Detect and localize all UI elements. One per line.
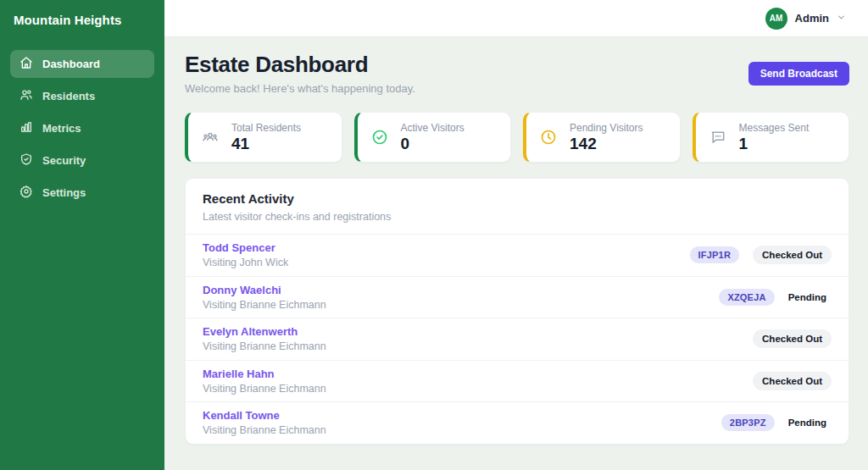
sidebar-item-metrics[interactable]: Metrics bbox=[10, 114, 154, 142]
visitor-name-link[interactable]: Todd Spencer bbox=[203, 241, 288, 254]
visit-detail: Visiting John Wick bbox=[203, 257, 288, 268]
visitor-name-link[interactable]: Donny Waelchi bbox=[203, 284, 326, 296]
page-header: Estate Dashboard Welcome back! Here's wh… bbox=[185, 52, 849, 95]
activity-subtitle: Latest visitor check-ins and registratio… bbox=[203, 211, 832, 223]
sidebar-item-label: Metrics bbox=[42, 122, 81, 135]
sidebar-item-label: Residents bbox=[42, 90, 95, 102]
status-badge: Checked Out bbox=[753, 372, 832, 390]
sidebar-item-label: Security bbox=[42, 154, 86, 167]
page-title: Estate Dashboard bbox=[185, 52, 415, 78]
activity-row: Kendall Towne Visiting Brianne Eichmann … bbox=[186, 401, 849, 444]
sidebar-nav: Dashboard Residents Metrics Security Set bbox=[0, 50, 164, 207]
status-badge: Checked Out bbox=[753, 329, 832, 348]
stat-label: Total Residents bbox=[231, 122, 301, 134]
activity-title: Recent Activity bbox=[203, 191, 832, 206]
sidebar-item-dashboard[interactable]: Dashboard bbox=[10, 50, 154, 78]
sidebar-item-label: Settings bbox=[42, 186, 86, 199]
stat-label: Messages Sent bbox=[739, 122, 810, 134]
stat-value: 142 bbox=[570, 135, 643, 152]
status-badge: Pending bbox=[788, 417, 832, 428]
bar-chart-icon bbox=[19, 120, 33, 136]
visitor-code-badge: 2BP3PZ bbox=[721, 414, 775, 431]
stats-row: Total Residents 41 Active Visitors 0 bbox=[185, 112, 849, 163]
sidebar-item-settings[interactable]: Settings bbox=[10, 179, 154, 207]
stat-card-active-visitors: Active Visitors 0 bbox=[354, 112, 512, 163]
activity-row: Donny Waelchi Visiting Brianne Eichmann … bbox=[186, 276, 849, 318]
visit-detail: Visiting Brianne Eichmann bbox=[203, 383, 326, 395]
visitor-code-badge: IFJP1R bbox=[690, 246, 740, 263]
avatar[interactable]: AM bbox=[765, 8, 787, 30]
visit-detail: Visiting Brianne Eichmann bbox=[203, 424, 326, 436]
main-area: AM Admin Estate Dashboard Welcome back! … bbox=[164, 0, 868, 470]
visitor-code-badge: XZQEJA bbox=[719, 289, 774, 306]
chevron-down-icon[interactable] bbox=[837, 13, 846, 24]
status-badge: Checked Out bbox=[753, 246, 832, 264]
sidebar-item-label: Dashboard bbox=[42, 58, 100, 70]
page-subtitle: Welcome back! Here's what's happening to… bbox=[185, 82, 415, 95]
activity-row: Marielle Hahn Visiting Brianne Eichmann … bbox=[186, 360, 849, 402]
shield-check-icon bbox=[19, 152, 33, 169]
chat-bubble-icon bbox=[709, 129, 726, 146]
visit-detail: Visiting Brianne Eichmann bbox=[203, 299, 326, 311]
visitor-name-link[interactable]: Kendall Towne bbox=[203, 409, 326, 422]
clock-icon bbox=[540, 129, 557, 146]
stat-value: 41 bbox=[231, 135, 301, 152]
recent-activity-card: Recent Activity Latest visitor check-ins… bbox=[185, 178, 849, 445]
topbar: AM Admin bbox=[164, 0, 868, 37]
stat-value: 0 bbox=[401, 135, 465, 152]
stat-card-pending-visitors: Pending Visitors 142 bbox=[523, 112, 681, 163]
user-menu-label[interactable]: Admin bbox=[795, 12, 829, 25]
sidebar-item-residents[interactable]: Residents bbox=[10, 82, 154, 110]
activity-row: Evelyn Altenwerth Visiting Brianne Eichm… bbox=[186, 318, 849, 360]
stat-label: Active Visitors bbox=[401, 122, 465, 134]
visitor-name-link[interactable]: Evelyn Altenwerth bbox=[203, 325, 326, 338]
stat-card-total-residents: Total Residents 41 bbox=[185, 112, 342, 163]
sidebar: Mountain Heights Dashboard Residents Met… bbox=[0, 0, 164, 470]
visit-detail: Visiting Brianne Eichmann bbox=[203, 340, 326, 352]
stat-card-messages-sent: Messages Sent 1 bbox=[693, 112, 850, 163]
content: Estate Dashboard Welcome back! Here's wh… bbox=[164, 37, 868, 470]
status-badge: Pending bbox=[788, 292, 832, 302]
gear-icon bbox=[19, 185, 33, 201]
activity-header: Recent Activity Latest visitor check-ins… bbox=[186, 179, 849, 234]
visitor-name-link[interactable]: Marielle Hahn bbox=[203, 368, 326, 380]
send-broadcast-button[interactable]: Send Broadcast bbox=[748, 62, 849, 86]
stat-value: 1 bbox=[739, 135, 810, 152]
check-circle-icon bbox=[371, 129, 388, 146]
sidebar-item-security[interactable]: Security bbox=[10, 147, 154, 174]
stat-label: Pending Visitors bbox=[570, 122, 643, 134]
home-icon bbox=[19, 56, 33, 72]
residents-group-icon bbox=[202, 129, 219, 146]
users-icon bbox=[19, 88, 33, 104]
app-title: Mountain Heights bbox=[0, 0, 164, 39]
activity-row: Todd Spencer Visiting John Wick IFJP1R C… bbox=[186, 234, 849, 276]
